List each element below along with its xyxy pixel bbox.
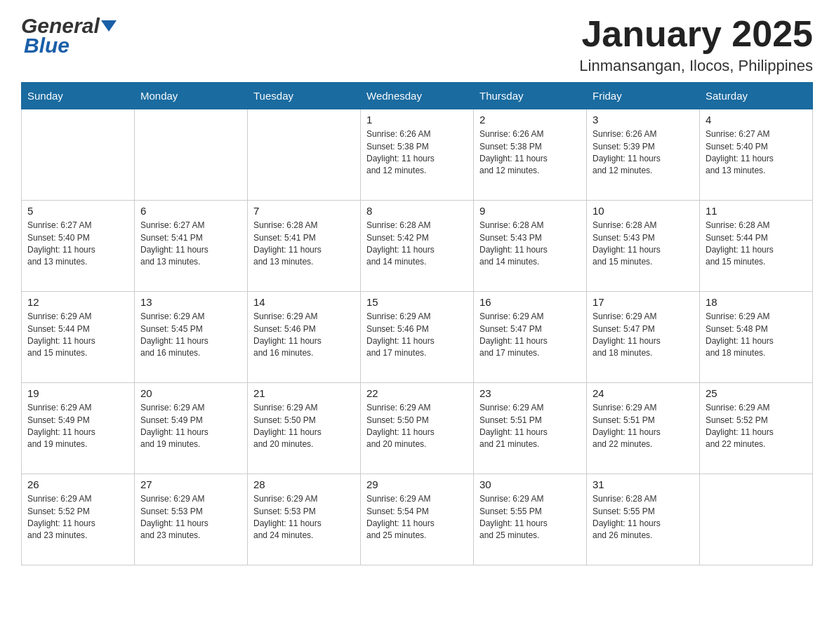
day-number: 9 <box>479 205 581 217</box>
day-info: Sunrise: 6:28 AMSunset: 5:41 PMDaylight:… <box>253 220 355 269</box>
calendar-week-row: 19Sunrise: 6:29 AMSunset: 5:49 PMDayligh… <box>22 383 813 474</box>
day-info: Sunrise: 6:27 AMSunset: 5:40 PMDaylight:… <box>706 128 807 177</box>
day-number: 12 <box>27 296 128 308</box>
day-number: 6 <box>140 205 241 217</box>
calendar-cell: 25Sunrise: 6:29 AMSunset: 5:52 PMDayligh… <box>700 383 813 474</box>
col-wednesday: Wednesday <box>361 83 474 109</box>
calendar-cell: 11Sunrise: 6:28 AMSunset: 5:44 PMDayligh… <box>700 201 813 292</box>
calendar-body: 1Sunrise: 6:26 AMSunset: 5:38 PMDaylight… <box>22 109 813 565</box>
calendar-week-row: 1Sunrise: 6:26 AMSunset: 5:38 PMDaylight… <box>22 109 813 201</box>
calendar-cell: 4Sunrise: 6:27 AMSunset: 5:40 PMDaylight… <box>700 109 813 201</box>
calendar-cell: 29Sunrise: 6:29 AMSunset: 5:54 PMDayligh… <box>361 474 474 565</box>
day-number: 16 <box>479 296 581 308</box>
day-info: Sunrise: 6:27 AMSunset: 5:40 PMDaylight:… <box>27 220 128 269</box>
day-info: Sunrise: 6:29 AMSunset: 5:46 PMDaylight:… <box>366 311 468 360</box>
day-info: Sunrise: 6:28 AMSunset: 5:55 PMDaylight:… <box>593 493 694 542</box>
calendar-cell: 21Sunrise: 6:29 AMSunset: 5:50 PMDayligh… <box>248 383 361 474</box>
calendar-cell: 12Sunrise: 6:29 AMSunset: 5:44 PMDayligh… <box>22 292 135 383</box>
calendar-cell: 20Sunrise: 6:29 AMSunset: 5:49 PMDayligh… <box>135 383 248 474</box>
calendar-header-row: Sunday Monday Tuesday Wednesday Thursday… <box>22 83 813 109</box>
calendar-cell: 14Sunrise: 6:29 AMSunset: 5:46 PMDayligh… <box>248 292 361 383</box>
day-info: Sunrise: 6:28 AMSunset: 5:43 PMDaylight:… <box>479 220 581 269</box>
svg-marker-0 <box>101 20 117 32</box>
month-title: January 2025 <box>579 14 813 54</box>
calendar-cell: 7Sunrise: 6:28 AMSunset: 5:41 PMDaylight… <box>248 201 361 292</box>
day-number: 26 <box>27 478 128 490</box>
calendar-cell: 23Sunrise: 6:29 AMSunset: 5:51 PMDayligh… <box>474 383 587 474</box>
col-friday: Friday <box>587 83 700 109</box>
calendar-cell: 8Sunrise: 6:28 AMSunset: 5:42 PMDaylight… <box>361 201 474 292</box>
calendar-cell <box>248 109 361 201</box>
day-number: 11 <box>706 205 807 217</box>
day-number: 31 <box>593 478 694 490</box>
day-number: 20 <box>140 387 241 399</box>
logo-arrow-icon <box>101 20 117 32</box>
col-sunday: Sunday <box>22 83 135 109</box>
day-number: 18 <box>706 296 807 308</box>
title-section: January 2025 Linmansangan, Ilocos, Phili… <box>579 14 813 75</box>
day-number: 3 <box>593 114 694 126</box>
calendar-cell <box>22 109 135 201</box>
day-info: Sunrise: 6:29 AMSunset: 5:50 PMDaylight:… <box>253 402 355 451</box>
day-info: Sunrise: 6:29 AMSunset: 5:54 PMDaylight:… <box>366 493 468 542</box>
day-number: 25 <box>706 387 807 399</box>
day-info: Sunrise: 6:26 AMSunset: 5:38 PMDaylight:… <box>366 128 468 177</box>
calendar-table: Sunday Monday Tuesday Wednesday Thursday… <box>21 82 813 565</box>
calendar-cell: 19Sunrise: 6:29 AMSunset: 5:49 PMDayligh… <box>22 383 135 474</box>
day-number: 7 <box>253 205 355 217</box>
day-info: Sunrise: 6:29 AMSunset: 5:55 PMDaylight:… <box>479 493 581 542</box>
calendar-week-row: 26Sunrise: 6:29 AMSunset: 5:52 PMDayligh… <box>22 474 813 565</box>
day-number: 15 <box>366 296 468 308</box>
calendar-week-row: 12Sunrise: 6:29 AMSunset: 5:44 PMDayligh… <box>22 292 813 383</box>
day-info: Sunrise: 6:28 AMSunset: 5:43 PMDaylight:… <box>593 220 694 269</box>
calendar-cell: 10Sunrise: 6:28 AMSunset: 5:43 PMDayligh… <box>587 201 700 292</box>
page-header: General Blue January 2025 Linmansangan, … <box>21 14 813 75</box>
day-number: 28 <box>253 478 355 490</box>
calendar-cell: 9Sunrise: 6:28 AMSunset: 5:43 PMDaylight… <box>474 201 587 292</box>
calendar-cell: 31Sunrise: 6:28 AMSunset: 5:55 PMDayligh… <box>587 474 700 565</box>
day-info: Sunrise: 6:29 AMSunset: 5:47 PMDaylight:… <box>479 311 581 360</box>
col-monday: Monday <box>135 83 248 109</box>
day-number: 14 <box>253 296 355 308</box>
calendar-cell: 28Sunrise: 6:29 AMSunset: 5:53 PMDayligh… <box>248 474 361 565</box>
day-info: Sunrise: 6:29 AMSunset: 5:49 PMDaylight:… <box>140 402 241 451</box>
day-info: Sunrise: 6:29 AMSunset: 5:48 PMDaylight:… <box>706 311 807 360</box>
day-number: 1 <box>366 114 468 126</box>
calendar-cell: 2Sunrise: 6:26 AMSunset: 5:38 PMDaylight… <box>474 109 587 201</box>
day-info: Sunrise: 6:29 AMSunset: 5:53 PMDaylight:… <box>253 493 355 542</box>
calendar-cell: 15Sunrise: 6:29 AMSunset: 5:46 PMDayligh… <box>361 292 474 383</box>
calendar-cell: 30Sunrise: 6:29 AMSunset: 5:55 PMDayligh… <box>474 474 587 565</box>
calendar-cell: 13Sunrise: 6:29 AMSunset: 5:45 PMDayligh… <box>135 292 248 383</box>
calendar-cell: 27Sunrise: 6:29 AMSunset: 5:53 PMDayligh… <box>135 474 248 565</box>
location-title: Linmansangan, Ilocos, Philippines <box>579 57 813 75</box>
day-number: 23 <box>479 387 581 399</box>
calendar-cell: 6Sunrise: 6:27 AMSunset: 5:41 PMDaylight… <box>135 201 248 292</box>
day-info: Sunrise: 6:26 AMSunset: 5:39 PMDaylight:… <box>593 128 694 177</box>
col-saturday: Saturday <box>700 83 813 109</box>
calendar-cell <box>135 109 248 201</box>
calendar-cell: 1Sunrise: 6:26 AMSunset: 5:38 PMDaylight… <box>361 109 474 201</box>
calendar-cell: 18Sunrise: 6:29 AMSunset: 5:48 PMDayligh… <box>700 292 813 383</box>
calendar-cell: 24Sunrise: 6:29 AMSunset: 5:51 PMDayligh… <box>587 383 700 474</box>
day-info: Sunrise: 6:29 AMSunset: 5:53 PMDaylight:… <box>140 493 241 542</box>
day-info: Sunrise: 6:29 AMSunset: 5:47 PMDaylight:… <box>593 311 694 360</box>
day-number: 24 <box>593 387 694 399</box>
day-number: 22 <box>366 387 468 399</box>
day-info: Sunrise: 6:29 AMSunset: 5:50 PMDaylight:… <box>366 402 468 451</box>
calendar-cell: 5Sunrise: 6:27 AMSunset: 5:40 PMDaylight… <box>22 201 135 292</box>
col-tuesday: Tuesday <box>248 83 361 109</box>
calendar-cell: 26Sunrise: 6:29 AMSunset: 5:52 PMDayligh… <box>22 474 135 565</box>
day-number: 8 <box>366 205 468 217</box>
day-info: Sunrise: 6:29 AMSunset: 5:52 PMDaylight:… <box>27 493 128 542</box>
calendar-cell: 16Sunrise: 6:29 AMSunset: 5:47 PMDayligh… <box>474 292 587 383</box>
day-info: Sunrise: 6:29 AMSunset: 5:45 PMDaylight:… <box>140 311 241 360</box>
day-info: Sunrise: 6:29 AMSunset: 5:46 PMDaylight:… <box>253 311 355 360</box>
day-info: Sunrise: 6:29 AMSunset: 5:52 PMDaylight:… <box>706 402 807 451</box>
day-info: Sunrise: 6:28 AMSunset: 5:42 PMDaylight:… <box>366 220 468 269</box>
logo-blue-text: Blue <box>21 34 70 58</box>
day-info: Sunrise: 6:28 AMSunset: 5:44 PMDaylight:… <box>706 220 807 269</box>
calendar-cell <box>700 474 813 565</box>
calendar-week-row: 5Sunrise: 6:27 AMSunset: 5:40 PMDaylight… <box>22 201 813 292</box>
day-number: 5 <box>27 205 128 217</box>
day-number: 2 <box>479 114 581 126</box>
